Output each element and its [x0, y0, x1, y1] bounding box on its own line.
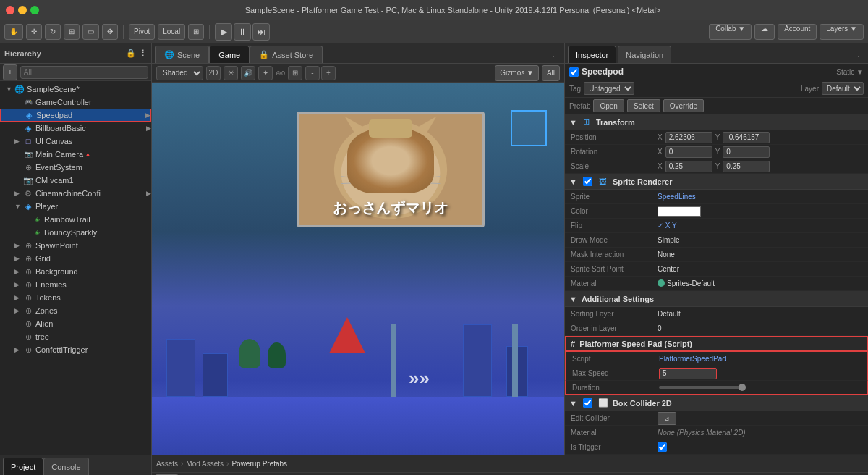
color-swatch[interactable] [658, 206, 701, 217]
max-speed-row: Max Speed [565, 366, 868, 381]
lighting-button[interactable]: ☀ [224, 66, 238, 80]
hierarchy-item-alien[interactable]: ⊕ Alien [0, 317, 151, 330]
layers-button[interactable]: Layers ▼ [820, 24, 864, 40]
close-button[interactable] [6, 6, 14, 14]
minimize-button[interactable] [18, 6, 27, 14]
box-collider-header[interactable]: ▼ ⬜ Box Collider 2D [565, 395, 868, 411]
game-tab[interactable]: Game [209, 46, 250, 63]
sprite-row: Sprite SpeedLines [565, 190, 868, 204]
pause-button[interactable]: ⏸ [234, 23, 251, 41]
scene-more-button[interactable]: ⋮ [545, 55, 561, 63]
grid-button[interactable]: ⊞ [188, 24, 204, 40]
add-hierarchy-button[interactable]: + [3, 64, 17, 80]
rotate-tool[interactable]: ↻ [45, 24, 61, 40]
step-button[interactable]: ⏭ [252, 23, 270, 41]
hierarchy-item-spawnpoint[interactable]: ▶ ⊕ SpawnPoint [0, 239, 151, 252]
account-button[interactable]: Account [778, 24, 817, 40]
hierarchy-item-eventsystem[interactable]: ⊕ EventSystem [0, 161, 151, 174]
box-collider-active[interactable] [583, 398, 592, 408]
breadcrumb-assets[interactable]: Assets [156, 460, 178, 468]
hierarchy-item-player[interactable]: ▼ ◈ Player [0, 200, 151, 213]
play-button[interactable]: ▶ [215, 23, 232, 41]
additional-settings-header[interactable]: ▼ Additional Settings [565, 291, 868, 307]
prefab-select-button[interactable]: Select [627, 99, 660, 112]
hierarchy-item-cmvcam1[interactable]: 📷 CM vcam1 [0, 174, 151, 187]
layer-select[interactable]: Default [822, 82, 864, 95]
2d-button[interactable]: 2D [206, 66, 221, 80]
hierarchy-item-confettitrigger[interactable]: ▶ ⊕ ConfettiTrigger [0, 343, 151, 356]
script-component-header[interactable]: # Platformer Speed Pad (Script) [565, 336, 868, 352]
sprite-renderer-active[interactable] [583, 177, 592, 186]
pivot-button[interactable]: Pivot [129, 24, 155, 40]
cloud-button[interactable]: ☁ [754, 24, 775, 40]
hierarchy-item-samplescene[interactable]: ▼ 🌐 SampleScene* [0, 83, 151, 96]
hierarchy-item-grid[interactable]: ▶ ⊕ Grid [0, 252, 151, 265]
additional-arrow: ▼ [569, 295, 577, 303]
is-trigger-row: Is Trigger [565, 440, 868, 455]
gizmos-button[interactable]: Gizmos ▼ [495, 65, 539, 81]
zoom-controls: - + [305, 66, 336, 80]
scene-icon: 🌐 [164, 50, 174, 59]
maximize-button[interactable] [30, 6, 39, 14]
audio-button[interactable]: 🔊 [241, 66, 255, 80]
scene-tab[interactable]: 🌐 Scene [155, 46, 209, 63]
breadcrumb-powerup[interactable]: Powerup Prefabs [231, 460, 287, 468]
sprite-renderer-header[interactable]: ▼ 🖼 Sprite Renderer [565, 174, 868, 190]
prefab-override-button[interactable]: Override [663, 99, 704, 112]
hierarchy-item-tree[interactable]: ⊕ tree [0, 330, 151, 343]
scale-y-input[interactable] [723, 161, 770, 172]
navigation-tab[interactable]: Navigation [618, 46, 671, 63]
hierarchy-item-gamecontroller[interactable]: 🎮 GameController [0, 96, 151, 109]
all-button[interactable]: All [542, 65, 560, 81]
hierarchy-item-speedpad[interactable]: ◈ Speedpad ▶ [0, 109, 151, 122]
project-more[interactable]: ⋮ [135, 464, 148, 475]
move-tool[interactable]: ✛ [26, 24, 42, 40]
breadcrumb-modassets[interactable]: Mod Assets [186, 460, 224, 468]
hierarchy-item-rainbowtrail[interactable]: ◈ RainbowTrail [0, 213, 151, 226]
hierarchy-item-maincamera[interactable]: 📷 Main Camera ▲ [0, 148, 151, 161]
assetstore-tab[interactable]: 🔒 Asset Store [250, 46, 323, 63]
zoom-in-button[interactable]: + [321, 66, 336, 80]
collab-button[interactable]: Collab ▼ [709, 24, 752, 40]
tag-select[interactable]: Untagged [584, 82, 634, 95]
hand-tool[interactable]: ✋ [4, 24, 23, 40]
scale-x-input[interactable] [665, 161, 712, 172]
inspector-tab[interactable]: Inspector [568, 46, 616, 63]
hierarchy-item-cinemachine[interactable]: ▶ ⚙ CinemachineConfi ▶ [0, 187, 151, 200]
duration-slider[interactable] [659, 386, 746, 389]
hierarchy-search[interactable] [20, 66, 148, 79]
edit-collider-button[interactable]: ⊿ [658, 412, 676, 425]
inspector-more[interactable]: ⋮ [852, 55, 865, 63]
transform-header[interactable]: ▼ ⊞ Transform [565, 114, 868, 130]
window-controls[interactable] [6, 6, 39, 14]
main-layout: Hierarchy 🔒 ⋮ + ▼ 🌐 SampleScene* 🎮 GameC… [0, 43, 868, 455]
rotation-x-input[interactable] [665, 146, 712, 158]
transform-tool[interactable]: ✥ [102, 24, 118, 40]
grid-button[interactable]: ⊞ [288, 66, 302, 80]
hierarchy-item-bouncysparkly[interactable]: ◈ BouncySparkly [0, 226, 151, 239]
zoom-out-button[interactable]: - [305, 66, 320, 80]
position-y-input[interactable] [723, 132, 770, 143]
rect-tool[interactable]: ▭ [82, 24, 99, 40]
prefab-open-button[interactable]: Open [593, 99, 624, 112]
hierarchy-item-tokens[interactable]: ▶ ⊕ Tokens [0, 291, 151, 304]
scale-tool[interactable]: ⊞ [64, 24, 80, 40]
is-trigger-checkbox[interactable] [658, 442, 667, 452]
lock-icon[interactable]: 🔒 [126, 49, 136, 58]
local-button[interactable]: Local [158, 24, 185, 40]
effects-button[interactable]: ✦ [258, 66, 273, 80]
hierarchy-item-zones[interactable]: ▶ ⊕ Zones [0, 304, 151, 317]
position-x-input[interactable] [665, 132, 712, 143]
hierarchy-item-background[interactable]: ▶ ⊕ Background [0, 265, 151, 278]
console-tab[interactable]: Console [43, 458, 88, 475]
max-speed-input[interactable] [659, 368, 717, 379]
hierarchy-item-enemies[interactable]: ▶ ⊕ Enemies [0, 278, 151, 291]
hierarchy-item-uicanvas[interactable]: ▶ □ UI Canvas [0, 135, 151, 148]
project-tab[interactable]: Project [3, 458, 43, 475]
object-active-checkbox[interactable] [569, 67, 579, 77]
y-label: Y [715, 148, 720, 156]
shading-select[interactable]: Shaded [156, 66, 203, 80]
rotation-y-input[interactable] [723, 146, 770, 158]
hierarchy-item-billboard[interactable]: ◈ BillboardBasic ▶ [0, 122, 151, 135]
more-icon[interactable]: ⋮ [139, 49, 147, 58]
